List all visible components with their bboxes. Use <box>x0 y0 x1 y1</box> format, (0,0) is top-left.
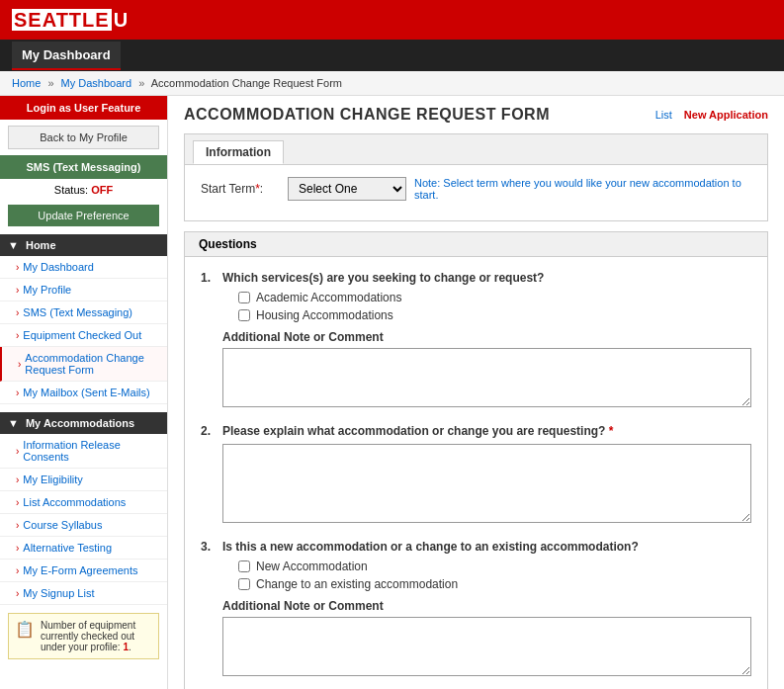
q3-checkbox-new[interactable] <box>238 560 250 572</box>
logo: SEATTLEU <box>12 9 131 32</box>
sidebar-accommodations-section[interactable]: ▼ My Accommodations <box>0 412 167 434</box>
list-link[interactable]: List <box>655 109 672 121</box>
sms-section-header: SMS (Text Messaging) <box>0 155 167 179</box>
status-label: Status: <box>54 184 88 196</box>
logo-text: SEATTLE <box>12 9 112 31</box>
questions-tab-header: Questions <box>185 232 767 257</box>
clipboard-icon: 📋 <box>15 620 35 639</box>
information-tab[interactable]: Information <box>193 140 284 164</box>
q2-text: Please explain what accommodation or cha… <box>222 424 751 438</box>
equipment-note-text: Number of equipment currently checked ou… <box>41 620 152 652</box>
breadcrumb-home[interactable]: Home <box>12 77 41 89</box>
information-panel: Information Start Term*: Select One Note… <box>184 133 768 221</box>
header: SEATTLEU <box>0 0 784 40</box>
sidebar-item-list-accommodations[interactable]: › List Accommodations <box>0 491 167 514</box>
home-section-label: Home <box>26 239 56 251</box>
nav-bar: My Dashboard <box>0 40 784 71</box>
q3-label-new: New Accommodation <box>256 560 368 573</box>
q1-content: Which services(s) are you seeking to cha… <box>222 271 751 410</box>
q1-option-1: Academic Accommodations <box>238 291 751 304</box>
q3-content: Is this a new accommodation or a change … <box>222 540 751 679</box>
home-section-arrow: ▼ <box>8 239 19 251</box>
status-value: OFF <box>91 184 113 196</box>
sidebar-item-label: My E-Form Agreements <box>23 564 137 576</box>
page-title: ACCOMMODATION CHANGE REQUEST FORM <box>184 106 550 124</box>
nav-dashboard[interactable]: My Dashboard <box>12 42 121 70</box>
new-application-link[interactable]: New Application <box>684 109 768 121</box>
q1-label-housing: Housing Accommodations <box>256 308 393 322</box>
sidebar-item-mailbox[interactable]: › My Mailbox (Sent E-Mails) <box>0 382 167 404</box>
q3-label-change: Change to an existing accommodation <box>256 577 458 591</box>
sidebar-item-signup[interactable]: › My Signup List <box>0 582 167 605</box>
sidebar-item-label: SMS (Text Messaging) <box>23 306 132 318</box>
logo-suffix: U <box>112 9 131 31</box>
sidebar-item-label: Accommodation Change Request Form <box>25 352 159 376</box>
breadcrumb-dashboard[interactable]: My Dashboard <box>61 77 132 89</box>
main-layout: Login as User Feature Back to My Profile… <box>0 96 784 689</box>
breadcrumb-sep2: » <box>138 77 144 89</box>
sidebar-item-alt-testing[interactable]: › Alternative Testing <box>0 537 167 560</box>
information-panel-body: Start Term*: Select One Note: Select ter… <box>185 165 767 220</box>
sidebar-item-equipment[interactable]: › Equipment Checked Out <box>0 324 167 347</box>
question-1: 1. Which services(s) are you seeking to … <box>201 271 751 410</box>
question-3: 3. Is this a new accommodation or a chan… <box>201 540 751 679</box>
update-preference-button[interactable]: Update Preference <box>8 205 159 226</box>
content-area: ACCOMMODATION CHANGE REQUEST FORM List N… <box>168 96 784 689</box>
sidebar: Login as User Feature Back to My Profile… <box>0 96 168 689</box>
q1-textarea[interactable] <box>222 348 751 407</box>
questions-body: 1. Which services(s) are you seeking to … <box>185 257 767 689</box>
sidebar-item-eform[interactable]: › My E-Form Agreements <box>0 560 167 582</box>
accommodations-section-label: My Accommodations <box>26 417 134 429</box>
q1-checkbox-housing[interactable] <box>238 309 250 321</box>
breadcrumb: Home » My Dashboard » Accommodation Chan… <box>0 71 784 96</box>
sidebar-item-info-release[interactable]: › Information Release Consents <box>0 434 167 469</box>
sidebar-item-label: List Accommodations <box>23 496 126 508</box>
q1-option-2: Housing Accommodations <box>238 308 751 322</box>
question-2: 2. Please explain what accommodation or … <box>201 424 751 526</box>
sidebar-item-sms[interactable]: › SMS (Text Messaging) <box>0 301 167 324</box>
content-title-row: ACCOMMODATION CHANGE REQUEST FORM List N… <box>184 106 768 124</box>
q3-option-1: New Accommodation <box>238 560 751 573</box>
back-to-profile-button[interactable]: Back to My Profile <box>8 126 159 149</box>
sms-status: Status: OFF <box>0 179 167 201</box>
sidebar-login-label: Login as User Feature <box>0 96 167 120</box>
start-term-label: Start Term*: <box>201 182 280 196</box>
sidebar-item-profile[interactable]: › My Profile <box>0 279 167 301</box>
sidebar-item-label: Course Syllabus <box>23 519 102 531</box>
sidebar-item-label: Alternative Testing <box>23 542 112 554</box>
sidebar-item-label: My Mailbox (Sent E-Mails) <box>23 387 149 398</box>
q3-checkbox-change[interactable] <box>238 578 250 590</box>
content-links: List New Application <box>655 109 768 121</box>
q3-option-2: Change to an existing accommodation <box>238 577 751 591</box>
breadcrumb-sep1: » <box>47 77 53 89</box>
q1-note-label: Additional Note or Comment <box>222 330 751 344</box>
equipment-count: 1 <box>123 642 129 652</box>
breadcrumb-current: Accommodation Change Request Form <box>151 77 342 89</box>
sidebar-item-course-syllabus[interactable]: › Course Syllabus <box>0 514 167 537</box>
sidebar-item-label: My Eligibility <box>23 474 83 485</box>
sidebar-item-eligibility[interactable]: › My Eligibility <box>0 469 167 491</box>
equipment-note: 📋 Number of equipment currently checked … <box>8 613 159 659</box>
q1-num: 1. <box>201 271 217 410</box>
start-term-note: Note: Select term where you would like y… <box>414 177 751 201</box>
q1-text: Which services(s) are you seeking to cha… <box>222 271 751 285</box>
sidebar-item-label: Equipment Checked Out <box>23 329 141 341</box>
questions-tab[interactable]: Questions <box>185 232 271 256</box>
start-term-select[interactable]: Select One <box>288 177 406 201</box>
q3-text: Is this a new accommodation or a change … <box>222 540 751 554</box>
accommodations-section-arrow: ▼ <box>8 417 19 429</box>
q3-textarea[interactable] <box>222 617 751 676</box>
q1-checkbox-academic[interactable] <box>238 292 250 303</box>
sidebar-item-dashboard[interactable]: › My Dashboard <box>0 256 167 279</box>
q1-label-academic: Academic Accommodations <box>256 291 401 304</box>
sidebar-item-label: Information Release Consents <box>23 439 159 463</box>
sidebar-home-section[interactable]: ▼ Home <box>0 234 167 256</box>
q2-num: 2. <box>201 424 217 526</box>
sidebar-item-accommodation-form[interactable]: › Accommodation Change Request Form <box>0 347 167 382</box>
q3-note-label: Additional Note or Comment <box>222 599 751 613</box>
q2-content: Please explain what accommodation or cha… <box>222 424 751 526</box>
questions-panel: Questions 1. Which services(s) are you s… <box>184 231 768 689</box>
q3-num: 3. <box>201 540 217 679</box>
sidebar-item-label: My Signup List <box>23 587 94 599</box>
q2-textarea[interactable] <box>222 444 751 523</box>
